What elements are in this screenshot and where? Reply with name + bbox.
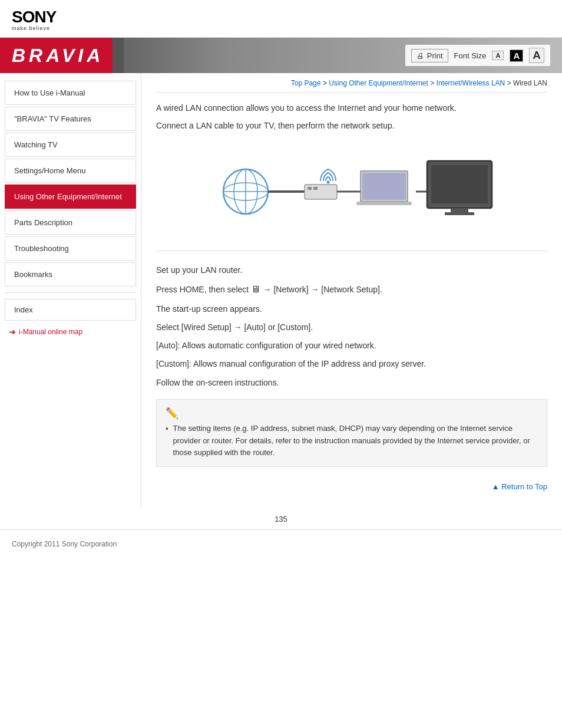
sidebar-item-settings[interactable]: Settings/Home Menu xyxy=(5,159,136,183)
breadcrumb-sep3: > xyxy=(507,79,513,87)
step-3-auto: [Auto]: Allows automatic configuration o… xyxy=(156,338,547,353)
page-number: 135 xyxy=(0,509,562,529)
copyright-text: Copyright 2011 Sony Corporation xyxy=(12,540,117,548)
font-small-button[interactable]: A xyxy=(492,51,504,60)
online-map-link[interactable]: ➜ i-Manual online map xyxy=(0,322,141,341)
sidebar-item-watching-tv[interactable]: Watching TV xyxy=(5,133,136,157)
step-1-text: Set up your LAN router. xyxy=(156,263,547,278)
svg-point-9 xyxy=(327,180,330,183)
note-icon: ✏️ xyxy=(166,407,538,420)
font-medium-button[interactable]: A xyxy=(510,50,523,62)
sidebar-item-how-to-use[interactable]: How to Use i-Manual xyxy=(5,81,136,105)
sidebar-item-troubleshooting[interactable]: Troubleshooting xyxy=(5,236,136,261)
breadcrumb-top[interactable]: Top Page xyxy=(291,79,321,87)
note-box: ✏️ • The setting items (e.g. IP address,… xyxy=(156,399,547,467)
breadcrumb: Top Page > Using Other Equipment/Interne… xyxy=(156,79,547,93)
intro-text-1: A wired LAN connection allows you to acc… xyxy=(156,101,547,114)
return-top: ▲ Return to Top xyxy=(156,476,547,497)
step-2-text: Press HOME, then select 🖥 → [Network] → … xyxy=(156,281,547,298)
font-large-button[interactable]: A xyxy=(529,48,544,63)
breadcrumb-internet-lan[interactable]: Internet/Wireless LAN xyxy=(437,79,505,87)
note-bullet: • The setting items (e.g. IP address, su… xyxy=(166,423,538,459)
svg-rect-6 xyxy=(305,185,337,199)
breadcrumb-current: Wired LAN xyxy=(513,79,547,87)
footer: Copyright 2011 Sony Corporation xyxy=(0,529,562,557)
sidebar-item-bookmarks[interactable]: Bookmarks xyxy=(5,262,136,286)
svg-rect-16 xyxy=(431,165,488,203)
main-container: How to Use i-Manual "BRAVIA" TV Features… xyxy=(0,73,562,509)
sidebar-index[interactable]: Index xyxy=(5,299,136,321)
network-icon: 🖥 xyxy=(251,284,263,294)
svg-rect-18 xyxy=(445,212,474,215)
content-area: Top Page > Using Other Equipment/Interne… xyxy=(141,73,562,509)
bullet-dot: • xyxy=(166,424,168,433)
sony-tagline: make.believe xyxy=(12,25,550,31)
arrow-right-icon: ➜ xyxy=(9,327,16,337)
online-map-label: i-Manual online map xyxy=(19,328,82,336)
sony-text: SONY xyxy=(12,9,550,25)
breadcrumb-sep1: > xyxy=(323,79,329,87)
triangle-up-icon: ▲ xyxy=(492,482,501,491)
return-to-top-link[interactable]: ▲ Return to Top xyxy=(492,482,547,491)
font-size-label: Font Size xyxy=(454,51,487,60)
sidebar-divider xyxy=(5,292,136,293)
sony-logo: SONY make.believe xyxy=(12,9,550,31)
bravia-banner: BRAVIA 🖨 Print Font Size A A A xyxy=(0,38,562,73)
network-diagram xyxy=(156,144,547,239)
svg-rect-17 xyxy=(451,208,468,213)
note-text: The setting items (e.g. IP address, subn… xyxy=(173,423,538,459)
sidebar-item-using-other[interactable]: Using Other Equipment/Internet xyxy=(5,185,136,209)
step-4-text: Follow the on-screen instructions. xyxy=(156,375,547,390)
sidebar: How to Use i-Manual "BRAVIA" TV Features… xyxy=(0,73,141,509)
sidebar-item-bravia-features[interactable]: "BRAVIA" TV Features xyxy=(5,107,136,131)
svg-rect-12 xyxy=(362,173,406,200)
step-3-custom: [Custom]: Allows manual configuration of… xyxy=(156,357,547,371)
banner-controls: 🖨 Print Font Size A A A xyxy=(405,45,550,66)
bravia-title: BRAVIA xyxy=(12,45,104,67)
svg-rect-8 xyxy=(313,187,318,190)
sidebar-item-parts[interactable]: Parts Description xyxy=(5,210,136,235)
breadcrumb-sep2: > xyxy=(430,79,436,87)
step-3-text: Select [Wired Setup] → [Auto] or [Custom… xyxy=(156,320,547,335)
step-2-line2: The start-up screen appears. xyxy=(156,302,547,317)
breadcrumb-using-other[interactable]: Using Other Equipment/Internet xyxy=(329,79,428,87)
header: SONY make.believe xyxy=(0,0,562,38)
printer-icon: 🖨 xyxy=(416,51,424,60)
intro-text-2: Connect a LAN cable to your TV, then per… xyxy=(156,119,547,132)
section-divider xyxy=(156,251,547,251)
print-button[interactable]: 🖨 Print xyxy=(411,49,448,62)
svg-rect-7 xyxy=(308,187,312,190)
svg-rect-13 xyxy=(356,202,412,205)
network-diagram-svg xyxy=(210,144,493,239)
